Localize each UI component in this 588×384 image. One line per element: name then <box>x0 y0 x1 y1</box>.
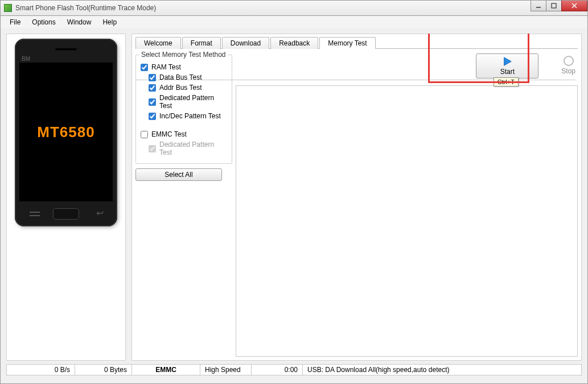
status-storage: EMMC <box>132 365 200 375</box>
client-area: BM MT6580 ↩ Welcome Format Download Read… <box>0 28 588 384</box>
emmc-dedicated-input <box>149 145 156 152</box>
phone-menu-icon <box>30 210 40 217</box>
test-method-group: Select Memory Test Method RAM Test Data … <box>135 55 232 164</box>
phone-brand-label: BM <box>22 56 30 62</box>
emmc-dedicated-checkbox: Dedicated Pattern Test <box>149 141 227 156</box>
ram-test-input[interactable] <box>141 64 148 71</box>
svg-marker-4 <box>504 57 512 65</box>
group-legend: Select Memory Test Method <box>139 51 228 59</box>
emmc-dedicated-label: Dedicated Pattern Test <box>159 141 227 156</box>
status-bar: 0 B/s 0 Bytes EMMC High Speed 0:00 USB: … <box>6 364 582 381</box>
status-mode: High Speed <box>200 365 252 375</box>
play-icon <box>502 56 512 67</box>
status-inner: 0 B/s 0 Bytes EMMC High Speed 0:00 USB: … <box>6 364 582 375</box>
stop-button[interactable]: Stop <box>561 56 575 75</box>
start-button-label: Start <box>500 68 515 76</box>
ram-test-checkbox[interactable]: RAM Test <box>141 63 227 71</box>
status-time: 0:00 <box>252 365 303 375</box>
memory-test-options: Select Memory Test Method RAM Test Data … <box>135 49 232 357</box>
menu-file[interactable]: File <box>4 17 26 27</box>
stop-icon <box>564 56 574 66</box>
dedicated-pattern-checkbox[interactable]: Dedicated Pattern Test <box>149 94 227 110</box>
select-all-button[interactable]: Select All <box>135 168 222 181</box>
window-title: Smart Phone Flash Tool(Runtime Trace Mod… <box>15 4 531 12</box>
tab-strip: Welcome Format Download Readback Memory … <box>135 36 578 49</box>
menu-help[interactable]: Help <box>97 17 122 27</box>
phone-home-icon <box>53 208 79 220</box>
window-controls <box>531 1 587 15</box>
data-bus-input[interactable] <box>149 74 156 81</box>
app-icon <box>4 4 12 12</box>
status-speed: 0 B/s <box>7 365 75 375</box>
work-area: BM MT6580 ↩ Welcome Format Download Read… <box>6 34 582 361</box>
action-row: Start Stop Ctrl+T <box>476 49 575 79</box>
emmc-test-label: EMMC Test <box>151 130 187 138</box>
inc-dec-input[interactable] <box>149 113 156 120</box>
menu-options[interactable]: Options <box>26 17 61 27</box>
addr-bus-label: Addr Bus Test <box>159 84 202 92</box>
svg-rect-1 <box>552 3 556 8</box>
maximize-button[interactable] <box>546 1 562 11</box>
ram-test-label: RAM Test <box>151 63 181 71</box>
menu-bar: File Options Window Help <box>0 16 588 28</box>
output-log[interactable] <box>236 85 578 357</box>
tab-welcome[interactable]: Welcome <box>135 37 181 49</box>
status-usb: USB: DA Download All(high speed,auto det… <box>303 365 581 375</box>
inc-dec-label: Inc/Dec Pattern Test <box>159 112 221 120</box>
shortcut-tooltip: Ctrl+T <box>494 77 519 86</box>
dedicated-pattern-label: Dedicated Pattern Test <box>159 94 227 110</box>
addr-bus-input[interactable] <box>149 84 156 92</box>
tab-download[interactable]: Download <box>222 37 269 49</box>
status-bytes: 0 Bytes <box>75 365 132 375</box>
data-bus-test-checkbox[interactable]: Data Bus Test <box>149 73 227 81</box>
title-bar: Smart Phone Flash Tool(Runtime Trace Mod… <box>0 0 588 16</box>
chipset-label: MT6580 <box>37 123 94 141</box>
close-button[interactable] <box>561 1 587 11</box>
minimize-button[interactable] <box>531 1 546 11</box>
dedicated-pattern-input[interactable] <box>149 98 156 106</box>
phone-illustration: BM MT6580 ↩ <box>15 39 117 226</box>
phone-screen: MT6580 <box>19 63 113 201</box>
main-panel: Welcome Format Download Readback Memory … <box>131 34 582 361</box>
start-button[interactable]: Start <box>476 53 538 79</box>
earpiece-icon <box>55 48 77 51</box>
data-bus-label: Data Bus Test <box>159 73 202 81</box>
menu-window[interactable]: Window <box>61 17 97 27</box>
device-panel: BM MT6580 ↩ <box>6 34 126 361</box>
stop-button-label: Stop <box>561 67 575 75</box>
addr-bus-test-checkbox[interactable]: Addr Bus Test <box>149 84 227 92</box>
tab-format[interactable]: Format <box>182 37 221 49</box>
tab-memory-test[interactable]: Memory Test <box>319 37 375 49</box>
emmc-test-checkbox[interactable]: EMMC Test <box>141 130 227 138</box>
phone-back-icon: ↩ <box>96 208 104 218</box>
inc-dec-pattern-checkbox[interactable]: Inc/Dec Pattern Test <box>149 112 227 120</box>
tab-body: Start Stop Ctrl+T Select Memory Test Met… <box>135 49 578 357</box>
emmc-test-input[interactable] <box>141 131 148 138</box>
tab-readback[interactable]: Readback <box>270 37 318 49</box>
